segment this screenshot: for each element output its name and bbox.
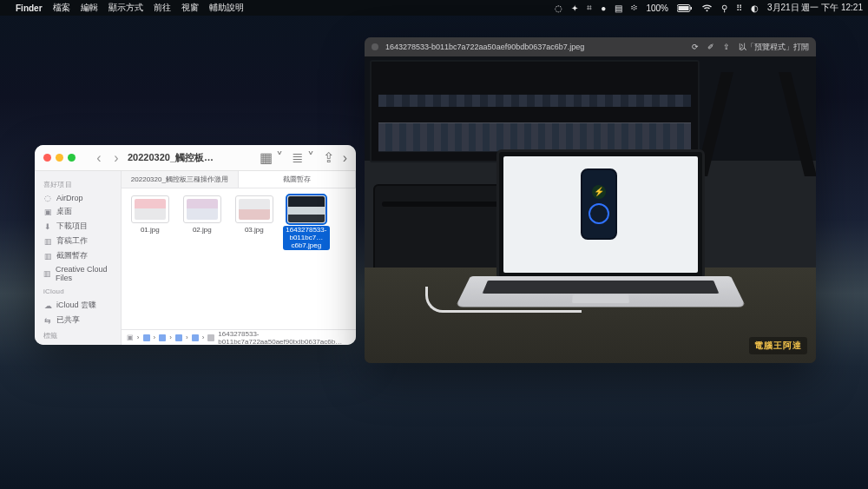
window-controls [35, 154, 76, 162]
sidebar-head-tags: 標籤 [43, 331, 112, 340]
file-item[interactable]: 02.jpg [179, 195, 226, 235]
sidebar-item-label: 桌面 [56, 206, 72, 217]
quicklook-window[interactable]: 1643278533-b011bc7a722aa50aef90bdb0637ac… [365, 37, 816, 363]
finder-toolbar: ‹ › 20220320_觸控板… ▦ ˅ ≣ ˅ ⇪ › [35, 145, 356, 171]
close-button[interactable] [372, 43, 378, 50]
file-name: 02.jpg [191, 226, 214, 235]
menu-edit[interactable]: 編輯 [81, 2, 98, 14]
clock[interactable]: 3月21日 週一 下午 12:21 [767, 2, 863, 14]
close-button[interactable] [43, 154, 51, 162]
status-icon[interactable]: ✦ [571, 3, 578, 13]
menu-view[interactable]: 顯示方式 [108, 2, 143, 14]
tab-label: 20220320_觸控板三種操作激用 [131, 175, 228, 184]
finder-sidebar: 喜好項目 ◌AirDrop ▣桌面 ⬇下載項目 ▥育稿工作 ▥截圖暫存 ▥Cre… [35, 171, 122, 345]
menu-window[interactable]: 視窗 [181, 2, 199, 14]
desktop-icon: ▣ [43, 208, 52, 216]
window-title: 20220320_觸控板… [128, 151, 214, 164]
sidebar-head-icloud: iCloud [43, 287, 112, 295]
folder-icon [159, 334, 166, 341]
open-with-label: 以「預覽程式」打開 [739, 42, 809, 53]
tab-2[interactable]: 截圖暫存 [239, 171, 356, 188]
file-item-selected[interactable]: 1643278533-b011bc7…c6b7.jpeg [283, 195, 330, 250]
downloads-icon: ⬇ [43, 222, 52, 231]
image-icon [207, 334, 214, 341]
sidebar-head-favorites: 喜好項目 [43, 180, 112, 189]
disk-icon: ▣ [127, 334, 134, 341]
airdrop-icon: ◌ [43, 194, 52, 202]
zoom-button[interactable] [68, 154, 76, 162]
watermark: 電腦王阿達 [749, 337, 807, 354]
quicklook-titlebar: 1643278533-b011bc7a722aa50aef90bdb0637ac… [365, 37, 816, 56]
path-sep: › [154, 334, 156, 341]
path-sep: › [169, 334, 172, 341]
sidebar-item-airdrop[interactable]: ◌AirDrop [38, 192, 117, 204]
minimize-button[interactable] [56, 154, 63, 162]
sidebar-item-screenshots[interactable]: ▥截圖暫存 [38, 248, 117, 263]
forward-button[interactable]: › [110, 152, 122, 164]
sidebar-item-label: 已共享 [56, 314, 80, 326]
path-bar[interactable]: ▣› › › › › 1643278533-b011bc7a722aa50aef… [122, 329, 356, 345]
sidebar-item-label: 下載項目 [56, 221, 88, 232]
menubar: Finder 檔案 編輯 顯示方式 前往 視窗 輔助說明 ◌ ✦ ⌗ ● ▤ ፨… [0, 0, 868, 16]
sidebar-item-shared[interactable]: ⇆已共享 [38, 313, 117, 327]
menu-help[interactable]: 輔助說明 [209, 2, 244, 14]
file-thumbnail [235, 195, 273, 223]
menu-file[interactable]: 檔案 [53, 2, 70, 14]
file-thumbnail [183, 195, 221, 223]
share-icon[interactable]: ⇪ [323, 149, 334, 166]
finder-main: 20220320_觸控板三種操作激用 截圖暫存 01.jpg 02.jpg 03… [122, 171, 356, 345]
share-icon[interactable]: ⇪ [723, 43, 730, 51]
path-sep: › [202, 334, 205, 341]
folder-icon [143, 334, 150, 341]
app-name[interactable]: Finder [16, 3, 43, 13]
menu-go[interactable]: 前往 [154, 2, 171, 14]
line-icon[interactable]: ● [601, 3, 606, 13]
control-center-icon[interactable]: ⠿ [736, 3, 742, 13]
tab-label: 截圖暫存 [283, 175, 311, 184]
sidebar-item-work[interactable]: ▥育稿工作 [38, 234, 117, 248]
path-sep: › [137, 334, 140, 341]
battery-percent: 100% [646, 3, 668, 13]
sidebar-item-desktop[interactable]: ▣桌面 [38, 204, 117, 219]
sidebar-item-label: AirDrop [56, 194, 83, 202]
desktop: Finder 檔案 編輯 顯示方式 前往 視窗 輔助說明 ◌ ✦ ⌗ ● ▤ ፨… [0, 0, 868, 489]
back-button[interactable]: ‹ [93, 152, 105, 164]
file-item[interactable]: 03.jpg [231, 195, 278, 235]
file-name: 01.jpg [139, 226, 161, 235]
file-item[interactable]: 01.jpg [127, 195, 174, 235]
finder-window[interactable]: ‹ › 20220320_觸控板… ▦ ˅ ≣ ˅ ⇪ › 喜好項目 ◌AirD… [35, 145, 356, 345]
file-thumbnail [131, 195, 169, 223]
path-sep: › [186, 334, 188, 341]
file-name: 03.jpg [243, 226, 266, 235]
view-mode-icon[interactable]: ▦ ˅ [260, 149, 283, 166]
finder-tabs: 20220320_觸控板三種操作激用 截圖暫存 [122, 171, 356, 188]
file-thumbnail [287, 195, 326, 223]
status-icon[interactable]: ፨ [631, 3, 637, 13]
folder-icon: ▥ [43, 269, 51, 278]
sidebar-item-downloads[interactable]: ⬇下載項目 [38, 219, 117, 234]
status-icon[interactable]: ▤ [615, 3, 622, 13]
sidebar-item-label: iCloud 雲碟 [56, 300, 96, 311]
bolt-icon: ⚡ [592, 185, 606, 199]
open-with-button[interactable]: 以「預覽程式」打開 [739, 42, 809, 53]
file-grid[interactable]: 01.jpg 02.jpg 03.jpg 1643278533-b011bc7…… [122, 188, 356, 329]
group-icon[interactable]: ≣ ˅ [292, 149, 313, 166]
sidebar-item-cc[interactable]: ▥Creative Cloud Files [38, 263, 117, 284]
tab-1[interactable]: 20220320_觸控板三種操作激用 [122, 171, 239, 188]
shared-icon: ⇆ [43, 316, 52, 325]
folder-icon [192, 334, 199, 341]
photo-monitor [370, 60, 700, 162]
path-filename: 1643278533-b011bc7a722aa50aef90bdb0637ac… [218, 330, 351, 346]
rotate-icon[interactable]: ⟳ [692, 43, 699, 51]
battery-icon [677, 4, 693, 12]
markup-icon[interactable]: ✐ [707, 43, 714, 51]
status-icon[interactable]: ◌ [555, 3, 562, 13]
tags-icon[interactable]: › [343, 150, 347, 166]
spotlight-icon[interactable]: ⚲ [721, 3, 727, 13]
folder-icon [175, 334, 182, 341]
status-icon[interactable]: ⌗ [587, 3, 592, 13]
sidebar-item-iclouddrive[interactable]: ☁iCloud 雲碟 [38, 298, 117, 313]
photo-laptop: ⚡ [470, 149, 731, 323]
wifi-icon[interactable] [701, 4, 713, 12]
siri-icon[interactable]: ◐ [751, 3, 759, 13]
